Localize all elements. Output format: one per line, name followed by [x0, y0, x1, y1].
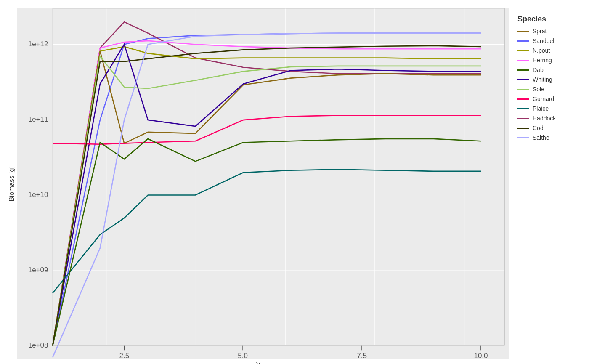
list-item: Sandeel: [517, 37, 581, 44]
list-item: Herring: [517, 57, 581, 64]
haddock-label: Haddock: [533, 115, 556, 122]
plaice-label: Plaice: [533, 105, 549, 112]
sandeel-label: Sandeel: [533, 37, 554, 44]
plaice-legend-line: [517, 108, 529, 109]
cod-label: Cod: [533, 125, 544, 131]
sprat-label: Sprat: [533, 28, 547, 35]
plot-region: 1e+08 1e+09 1e+10 1e+11 1e+12: [17, 8, 509, 359]
haddock-legend-line: [517, 118, 529, 119]
list-item: Gurnard: [517, 96, 581, 102]
svg-text:1e+09: 1e+09: [28, 266, 48, 274]
npout-legend-line: [517, 50, 529, 51]
legend-title: Species: [517, 15, 581, 24]
herring-legend-line: [517, 60, 529, 61]
sprat-legend-line: [517, 31, 529, 32]
whiting-legend-line: [517, 79, 529, 80]
svg-text:1e+08: 1e+08: [28, 341, 48, 349]
svg-text:1e+12: 1e+12: [28, 40, 48, 48]
dab-legend-line: [517, 69, 529, 71]
svg-text:1e+11: 1e+11: [28, 115, 48, 123]
main-chart: 1e+08 1e+09 1e+10 1e+11 1e+12: [17, 8, 509, 359]
list-item: Sole: [517, 86, 581, 93]
x-axis-label: Year: [4, 359, 509, 364]
chart-container: Biomass [g]: [0, 0, 589, 364]
list-item: Dab: [517, 66, 581, 73]
svg-text:10.0: 10.0: [474, 352, 488, 359]
svg-text:1e+10: 1e+10: [28, 191, 48, 199]
y-axis-label: Biomass [g]: [4, 8, 17, 359]
dab-label: Dab: [533, 66, 544, 73]
legend: Species Sprat Sandeel N.pout Herring Dab…: [509, 8, 585, 360]
saithe-legend-line: [517, 137, 529, 138]
list-item: Sprat: [517, 28, 581, 35]
gurnard-label: Gurnard: [533, 96, 554, 102]
sole-label: Sole: [533, 86, 544, 93]
npout-label: N.pout: [533, 47, 550, 54]
sole-legend-line: [517, 89, 529, 90]
whiting-label: Whiting: [533, 76, 552, 83]
cod-legend-line: [517, 128, 529, 129]
gurnard-legend-line: [517, 98, 529, 100]
list-item: N.pout: [517, 47, 581, 54]
chart-with-yaxis: Biomass [g]: [4, 8, 509, 359]
chart-area: Biomass [g]: [4, 8, 509, 360]
svg-text:7.5: 7.5: [357, 352, 367, 359]
list-item: Plaice: [517, 105, 581, 112]
list-item: Whiting: [517, 76, 581, 83]
svg-text:5.0: 5.0: [238, 352, 248, 359]
sandeel-legend-line: [517, 40, 529, 42]
list-item: Cod: [517, 125, 581, 131]
saithe-label: Saithe: [533, 134, 549, 141]
svg-text:2.5: 2.5: [119, 352, 129, 359]
herring-label: Herring: [533, 57, 552, 64]
list-item: Saithe: [517, 134, 581, 141]
list-item: Haddock: [517, 115, 581, 122]
